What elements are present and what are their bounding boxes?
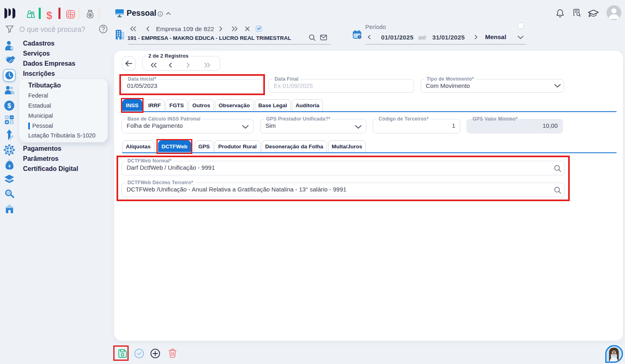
svg-text:$: $: [8, 164, 10, 168]
svg-text:$: $: [8, 102, 11, 109]
